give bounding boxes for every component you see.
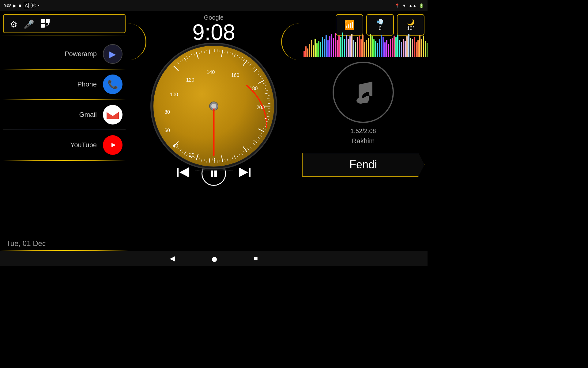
bottom-nav: ◀ ⬤ ■ — [0, 251, 428, 266]
svg-rect-2 — [41, 24, 45, 28]
svg-point-132 — [356, 98, 365, 104]
speedometer: 0 20 40 60 80 100 120 140 160 180 200 — [149, 42, 278, 171]
track-artist: Rakhim — [302, 137, 424, 145]
list-item[interactable]: Phone 📞 — [3, 70, 126, 99]
music-note-icon — [333, 62, 394, 123]
gold-curve-left — [128, 23, 146, 60]
date-display: Tue, 01 Dec — [0, 233, 129, 251]
svg-text:60: 60 — [164, 128, 170, 133]
phone-icon[interactable]: 📞 — [103, 75, 123, 94]
svg-text:80: 80 — [164, 109, 170, 115]
stop-icon: ⏹ — [18, 3, 22, 8]
top-right-icons: 📶 💨 6 🌙 10° — [302, 14, 424, 36]
equalizer — [302, 39, 424, 57]
track-info: 1:52/2:08 Rakhim — [302, 128, 424, 150]
date-text: Tue, 01 Dec — [6, 239, 46, 247]
music-icon-area — [302, 62, 424, 123]
location-icon: 📍 — [395, 3, 400, 8]
svg-text:160: 160 — [231, 73, 239, 78]
svg-line-102 — [217, 160, 217, 163]
wifi-status-icon: ▼ — [402, 3, 406, 8]
svg-rect-129 — [214, 170, 217, 177]
app-list: Poweramp ▶ Phone 📞 Gmail — [0, 36, 129, 233]
signal-icon: ▲▲ — [409, 3, 417, 8]
list-item[interactable]: Poweramp ▶ — [3, 39, 126, 69]
a-icon: A — [24, 3, 28, 8]
battery-icon: 🔋 — [419, 3, 424, 8]
gold-curve-right — [281, 23, 300, 60]
back-button[interactable]: ◀ — [170, 255, 175, 263]
youtube-icon[interactable] — [103, 135, 123, 155]
home-button[interactable]: ⬤ — [212, 255, 217, 263]
svg-text:120: 120 — [186, 77, 194, 82]
gmail-icon[interactable] — [103, 105, 123, 125]
temp-icon-hex[interactable]: 🌙 10° — [397, 14, 424, 36]
temp-value: 10° — [407, 26, 414, 31]
svg-text:100: 100 — [170, 92, 178, 97]
svg-rect-128 — [211, 170, 213, 177]
play-status-icon: ▶ — [13, 3, 16, 8]
svg-point-125 — [211, 104, 216, 109]
left-panel: ⚙ 🎤 Poweramp ▶ — [0, 11, 129, 251]
recent-button[interactable]: ■ — [254, 255, 258, 263]
toolbar: ⚙ 🎤 — [3, 14, 126, 33]
separator-line — [3, 160, 126, 161]
poweramp-icon[interactable]: ▶ — [103, 44, 123, 64]
dot-icon: • — [38, 3, 40, 8]
track-time: 1:52/2:08 — [302, 128, 424, 135]
status-time: 9:08 — [4, 3, 11, 8]
wind-icon-hex[interactable]: 💨 6 — [366, 14, 394, 36]
track-name-box: Fendi — [302, 153, 424, 177]
track-title: Fendi — [349, 158, 377, 171]
svg-line-38 — [217, 49, 217, 52]
list-item[interactable]: YouTube — [3, 130, 126, 160]
youtube-label: YouTube — [70, 141, 97, 149]
apps-icon[interactable] — [40, 18, 50, 30]
microphone-icon[interactable]: 🎤 — [24, 19, 34, 29]
google-time-display: Google 9:08 — [192, 11, 235, 45]
center-panel: Google 9:08 — [129, 11, 299, 251]
p-icon: P — [31, 3, 36, 8]
main-area: ⚙ 🎤 Poweramp ▶ — [0, 11, 428, 251]
wind-value: 6 — [379, 26, 382, 31]
right-panel: 📶 💨 6 🌙 10° — [299, 11, 428, 251]
svg-text:140: 140 — [207, 70, 215, 75]
wifi-icon-hex[interactable]: 📶 — [336, 14, 363, 36]
poweramp-label: Poweramp — [65, 50, 97, 58]
svg-rect-0 — [41, 19, 45, 23]
gmail-label: Gmail — [79, 111, 97, 119]
phone-label: Phone — [77, 80, 97, 88]
status-right: 📍 ▼ ▲▲ 🔋 — [395, 3, 424, 8]
list-item[interactable]: Gmail — [3, 100, 126, 130]
time-display: 9:08 — [192, 21, 235, 43]
settings-icon[interactable]: ⚙ — [10, 19, 17, 29]
status-left: 9:08 ▶ ⏹ A P • — [4, 3, 39, 8]
status-bar: 9:08 ▶ ⏹ A P • 📍 ▼ ▲▲ 🔋 — [0, 0, 428, 11]
